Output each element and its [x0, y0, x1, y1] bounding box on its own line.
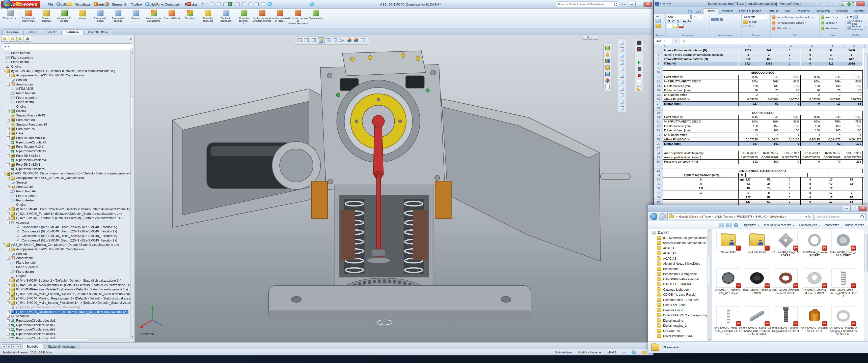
- sheet-row[interactable]: 7 Fmax effettiva molle esterne [N] 612 4…: [654, 57, 868, 62]
- cell[interactable]: [739, 146, 759, 151]
- tree-expander[interactable]: +: [7, 333, 9, 335]
- cell[interactable]: 8736,76917: [801, 151, 821, 155]
- command-tab[interactable]: Valutare: [62, 30, 83, 35]
- nav-folder[interactable]: Benchmark Pc Magazine: [648, 271, 712, 277]
- breadcrumb-item[interactable]: PRODOTTI: [737, 215, 755, 218]
- copy-icon[interactable]: [655, 19, 660, 23]
- cell[interactable]: 44: [842, 182, 863, 187]
- cell[interactable]: 1399: [759, 62, 780, 66]
- tree-item[interactable]: Coincidente1 (02b-SMC40_Disco_Z20<1>,02a…: [0, 225, 134, 229]
- tree-item[interactable]: RipetizioneCircolare4: [0, 158, 134, 163]
- tree-item[interactable]: + Foro filettato M10-1: [0, 144, 134, 149]
- tree-expander[interactable]: +: [7, 301, 9, 304]
- ribbon-tab[interactable]: Dati: [782, 8, 793, 13]
- cell[interactable]: 0,45: [780, 75, 801, 79]
- cell-label[interactable]: N° superfici attrito: [663, 93, 739, 97]
- tree-expander[interactable]: +: [7, 248, 9, 251]
- cell-label[interactable]: Pressione su ferodo [KPa]: [663, 160, 739, 164]
- command-button[interactable]: Allineamento del foro: [55, 9, 73, 28]
- tree-item[interactable]: + Annotazioni: [0, 256, 134, 261]
- cell-label[interactable]: Area superficie di attrito [mq]: [663, 155, 739, 160]
- sheet-row[interactable]: 11 Coeff attrito (f) 0,45 0,45 0,45 0,45…: [654, 75, 868, 79]
- cell[interactable]: 52: [759, 102, 780, 106]
- cell[interactable]: 0: [801, 177, 821, 182]
- cell[interactable]: 56: [842, 195, 863, 200]
- heads-up-button[interactable]: ▾: [339, 37, 346, 43]
- row-header[interactable]: 35: [654, 182, 663, 187]
- tree-item[interactable]: RipetizioneCircolare2: [0, 140, 134, 145]
- tree-expander[interactable]: +: [7, 257, 9, 260]
- cell[interactable]: 0,45: [821, 75, 842, 79]
- tree-item[interactable]: Piano frontale: [0, 91, 134, 96]
- ribbon-tab[interactable]: Visualizza: [813, 8, 833, 13]
- cell[interactable]: 52: [759, 200, 780, 204]
- file-item[interactable]: SW 04i-SMC40_Piastra_Appoggio_Chassis-Fa…: [829, 306, 857, 341]
- cell[interactable]: 0,45: [739, 75, 759, 79]
- cell[interactable]: 56: [842, 200, 863, 204]
- cell-label[interactable]: Numero molle esterne effettivamente util…: [663, 53, 739, 57]
- task-pane-tab[interactable]: [604, 78, 611, 84]
- row-header[interactable]: 37: [654, 191, 663, 195]
- save-icon[interactable]: [222, 2, 228, 7]
- model-tab[interactable]: Studio di movimento: [43, 344, 80, 349]
- find-select-button[interactable]: Trova e seleziona▼: [847, 25, 866, 30]
- cell-label[interactable]: Coeff attrito (f): [663, 75, 739, 79]
- tree-item[interactable]: Piano destro: [0, 269, 134, 274]
- cell[interactable]: 170: [842, 142, 863, 146]
- menu-item[interactable]: SolidWorks Composer: [145, 1, 182, 7]
- cell[interactable]: [780, 106, 801, 111]
- tree-expander[interactable]: +: [7, 310, 9, 313]
- cell[interactable]: 150: [739, 124, 759, 129]
- cell[interactable]: 612: [842, 57, 863, 62]
- sheet-row[interactable]: 23 D interno freno [mm] 115 100 100 100 …: [654, 128, 868, 133]
- tree-item[interactable]: + (f) 04a-SMC40_Bobina<2> (Default<<Defa…: [0, 278, 134, 283]
- row-header[interactable]: 22: [654, 124, 663, 129]
- tree-expander[interactable]: -: [7, 221, 9, 224]
- tree-expander[interactable]: +: [7, 284, 9, 286]
- cell[interactable]: 0: [801, 191, 821, 195]
- currency-icon[interactable]: [743, 20, 748, 24]
- sheet-row[interactable]: 37 12 -5 8 0 0 17 7: [654, 191, 868, 195]
- cell[interactable]: [801, 106, 821, 111]
- file-properties-icon[interactable]: [254, 2, 259, 7]
- tree-item[interactable]: + Accoppiamenti in ASS_00-SMC40_Compless…: [0, 247, 134, 252]
- cell[interactable]: 0,008736769: [842, 155, 863, 160]
- cell[interactable]: 4: [739, 133, 759, 137]
- cell[interactable]: 8736,76917: [780, 151, 801, 155]
- menu-item[interactable]: Strumenti: [110, 1, 129, 7]
- cell[interactable]: 52: [821, 142, 842, 146]
- rebuild-icon[interactable]: [248, 2, 253, 7]
- file-item[interactable]: SW 04a-SMC40_Bobina.SLDPRT: [743, 268, 771, 306]
- status-units[interactable]: MMGS: [607, 351, 616, 354]
- cell[interactable]: [739, 164, 759, 169]
- cell[interactable]: 0,008736769: [801, 155, 821, 160]
- fill-button[interactable]: [852, 14, 858, 19]
- status-help-icon[interactable]: ?: [631, 351, 636, 355]
- sheet-row[interactable]: 36 7,5 45 24 0 0 17: [654, 186, 868, 191]
- cell[interactable]: 115: [739, 128, 759, 133]
- cell[interactable]: 8736,76917: [759, 151, 780, 155]
- row-header[interactable]: 16: [654, 97, 663, 102]
- cell[interactable]: [759, 164, 780, 169]
- tree-expander[interactable]: +: [7, 74, 9, 77]
- cell[interactable]: 0,03708: [759, 97, 780, 102]
- close-button[interactable]: ✕: [857, 1, 865, 6]
- tree-item[interactable]: Piano frontale: [0, 51, 134, 56]
- cell-label[interactable]: D esterno freno [mm]: [663, 124, 739, 129]
- cell[interactable]: 0: [801, 195, 821, 200]
- cell[interactable]: [821, 146, 842, 151]
- align-left-icon[interactable]: [711, 18, 715, 21]
- nav-folder[interactable]: Digital-Imaging_2: [648, 323, 712, 328]
- command-button[interactable]: Creazione guidata di DriveWorksXpress: [289, 9, 307, 28]
- cell[interactable]: 150: [780, 124, 801, 129]
- tree-expander[interactable]: +: [7, 163, 9, 166]
- column-header[interactable]: L: [760, 44, 781, 48]
- tree-item[interactable]: Coincidente3 (02b-SMC40_Disco_Z20<1>,02a…: [0, 234, 134, 238]
- cell[interactable]: 8736,76917: [821, 151, 842, 155]
- sheet-row[interactable]: 22 D esterno freno [mm] 150 150 150 150 …: [654, 124, 868, 129]
- cell[interactable]: 0: [801, 186, 821, 191]
- command-button[interactable]: Proprietà di sezione: [109, 9, 127, 28]
- command-button[interactable]: Confronto documenti: [217, 9, 235, 28]
- tree-item[interactable]: + RipetizioneCircolareLocale3: [0, 327, 134, 332]
- view-orientation-button[interactable]: [619, 86, 625, 92]
